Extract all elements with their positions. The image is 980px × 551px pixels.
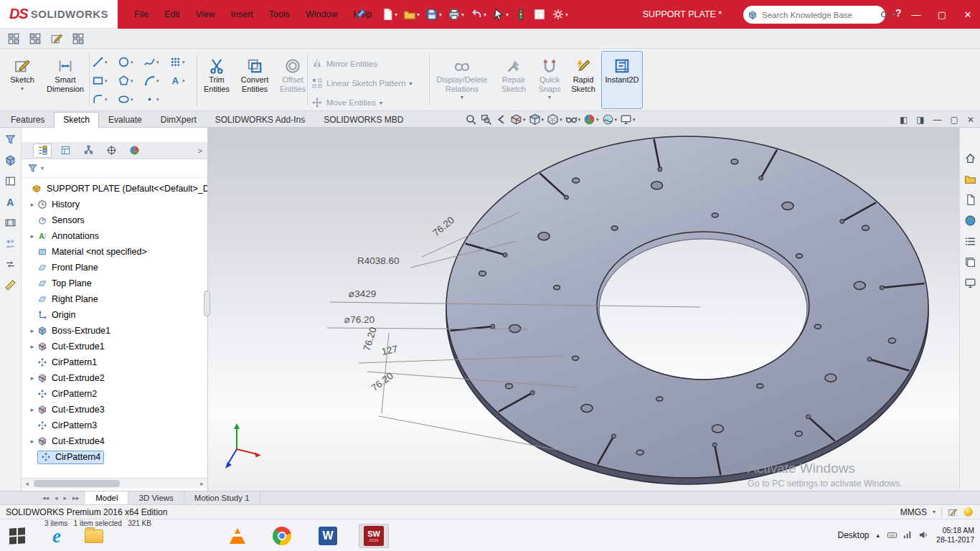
tree-item-cirpattern3[interactable]: CirPattern3 — [22, 418, 208, 433]
secondary-toolbar-button-3[interactable] — [49, 31, 65, 47]
tab-dimxpert[interactable]: DimXpert — [151, 112, 206, 128]
tray-volume-icon[interactable] — [918, 529, 929, 540]
ribbon-button-move-entities[interactable]: Move Entities▾ — [311, 94, 425, 111]
tree-item-cut-extrude4[interactable]: ▸Cut-Extrude4 — [22, 433, 208, 449]
ann-a-icon[interactable]: A — [4, 196, 17, 208]
collapse-left-icon[interactable]: ◧ — [900, 115, 908, 125]
view-settings-button[interactable]: ▾ — [620, 113, 636, 126]
model-tab-motion-study-1[interactable]: Motion Study 1 — [184, 491, 260, 504]
scrollbar-thumb[interactable] — [34, 480, 120, 487]
ribbon-button-instant2d[interactable]: Instant2D — [601, 51, 643, 109]
expand-arrow-icon[interactable]: ▸ — [27, 343, 37, 350]
sketch-entity-ellipse-button[interactable]: ▾ — [118, 93, 133, 105]
section-view-button[interactable]: ▾ — [510, 113, 526, 126]
task-pane-home-icon[interactable] — [964, 152, 976, 164]
menu-edit[interactable]: Edit — [158, 6, 187, 22]
expand-arrow-icon[interactable]: ▸ — [27, 201, 37, 208]
secondary-toolbar-button-1[interactable] — [6, 31, 22, 47]
panel-tab-property-manager[interactable] — [56, 143, 75, 158]
sketch-entity-circle-button[interactable]: ▾ — [118, 56, 133, 68]
units-label[interactable]: MMGS — [900, 507, 927, 517]
close-button[interactable]: ✕ — [960, 9, 976, 20]
edit-sketch-icon[interactable] — [948, 507, 958, 517]
dimension-text[interactable]: 127 — [381, 344, 399, 357]
expand-arrow-icon[interactable]: ▸ — [27, 232, 37, 240]
clock[interactable]: 05:18 AM 28-11-2017 — [936, 526, 974, 545]
chevron-down-icon[interactable]: ▾ — [41, 165, 44, 171]
expand-arrow-icon[interactable]: ▸ — [27, 438, 37, 445]
tab-features[interactable]: Features — [1, 112, 54, 128]
panel-tab-dimxpert-manager[interactable] — [102, 143, 121, 158]
menu-view[interactable]: View — [189, 6, 222, 22]
sketch-entity-pattern-grid-button[interactable]: ▾ — [169, 56, 185, 68]
search-input[interactable] — [760, 10, 874, 20]
dimension-text[interactable]: 76.20 — [369, 370, 395, 393]
sketch-entity-fillet-button[interactable]: ▾ — [92, 93, 108, 105]
undo-button[interactable]: ▾ — [468, 5, 489, 24]
dimension-text[interactable]: ⌀3429 — [349, 288, 376, 299]
panel-tab-feature-manager[interactable] — [33, 143, 52, 158]
scrollbar-track[interactable] — [32, 479, 197, 489]
measure-icon[interactable] — [4, 279, 17, 291]
desktop-label[interactable]: Desktop — [838, 530, 870, 540]
tray-keyboard-icon[interactable] — [887, 529, 897, 540]
ribbon-button-linear-sketch-pattern[interactable]: Linear Sketch Pattern▾ — [311, 75, 425, 92]
maximize-button[interactable]: ▢ — [934, 9, 950, 20]
tab-solidworks-add-ins[interactable]: SOLIDWORKS Add-Ins — [206, 112, 314, 128]
taskbar-vlc-button[interactable] — [222, 524, 253, 548]
select-button[interactable]: ▾ — [490, 5, 511, 24]
sketch-entity-text-button[interactable]: A▾ — [169, 75, 185, 87]
doc-restore-button[interactable]: ▢ — [951, 115, 958, 125]
tree-root-support-plate[interactable]: SUPPORT PLATE (Default<<Default>_Dis — [22, 181, 208, 197]
tab-evaluate[interactable]: Evaluate — [99, 112, 151, 128]
task-pane-globe-icon[interactable] — [964, 215, 976, 227]
ribbon-button-smart-dimension[interactable]: SmartDimension — [43, 51, 88, 109]
dimension-text[interactable]: 76.20 — [362, 326, 379, 352]
dimension-text[interactable]: R4038.60 — [357, 255, 400, 266]
edit-appearance-button[interactable]: ▾ — [583, 113, 599, 126]
expand-arrow-icon[interactable]: ▸ — [27, 327, 37, 334]
display-style-button[interactable]: ▾ — [547, 113, 562, 126]
hide-show-items-button[interactable]: ▾ — [565, 113, 581, 126]
start-button[interactable] — [0, 519, 34, 551]
panel-icon[interactable] — [4, 175, 17, 187]
filter-icon[interactable] — [4, 133, 17, 146]
pin-icon[interactable] — [354, 8, 367, 20]
panel-expand-icon[interactable]: > — [198, 146, 202, 155]
ribbon-button-trim-entities[interactable]: TrimEntities — [199, 51, 234, 109]
sketch-entity-spline-button[interactable]: ▾ — [143, 56, 159, 68]
knowledge-base-search[interactable]: ▾ — [743, 6, 885, 24]
menu-window[interactable]: Window — [299, 6, 344, 22]
panel-tab-display-manager[interactable] — [125, 143, 143, 158]
menu-file[interactable]: File — [128, 6, 155, 22]
taskbar-ie-button[interactable]: e — [42, 524, 72, 548]
tab-scroll-left-icon[interactable]: ◂ — [52, 494, 60, 501]
tree-item-cut-extrude2[interactable]: ▸Cut-Extrude2 — [22, 370, 208, 386]
print-button[interactable]: ▾ — [446, 5, 466, 24]
save-button[interactable]: ▾ — [423, 5, 444, 24]
doc-minimize-button[interactable]: — — [933, 115, 942, 125]
tree-item-cut-extrude3[interactable]: ▸Cut-Extrude3 — [22, 402, 208, 418]
sketch-entity-line-button[interactable]: ▾ — [92, 56, 108, 68]
open-button[interactable]: ▾ — [401, 5, 422, 24]
help-icon[interactable]: ? — [895, 7, 902, 19]
gear-button[interactable]: ▾ — [550, 5, 570, 24]
tree-item-cirpattern1[interactable]: CirPattern1 — [22, 354, 208, 370]
tree-item-history[interactable]: ▸History — [22, 197, 208, 212]
sheet-button[interactable] — [531, 5, 548, 24]
panel-horizontal-scrollbar[interactable]: ◂ ▸ — [22, 478, 207, 489]
tree-item-annotations[interactable]: ▸AAnnotations — [22, 228, 208, 244]
sketch-entity-arc-button[interactable]: ▾ — [143, 75, 159, 87]
expand-arrow-icon[interactable]: ▸ — [27, 406, 37, 413]
tree-item-cut-extrude1[interactable]: ▸Cut-Extrude1 — [22, 339, 208, 354]
people-icon[interactable] — [4, 237, 17, 250]
task-pane-list-icon[interactable] — [964, 235, 976, 248]
tree-item-origin[interactable]: Origin — [22, 307, 208, 323]
cube-small-icon[interactable] — [4, 154, 17, 166]
chevron-up-icon[interactable]: ▴ — [877, 532, 880, 539]
panel-tab-configuration-manager[interactable] — [79, 143, 98, 158]
tree-item-top-plane[interactable]: Top Plane — [22, 276, 208, 291]
doc-close-button[interactable]: ✕ — [967, 115, 974, 125]
filter-funnel-icon[interactable] — [27, 163, 38, 174]
zoom-fit-button[interactable] — [465, 113, 477, 126]
